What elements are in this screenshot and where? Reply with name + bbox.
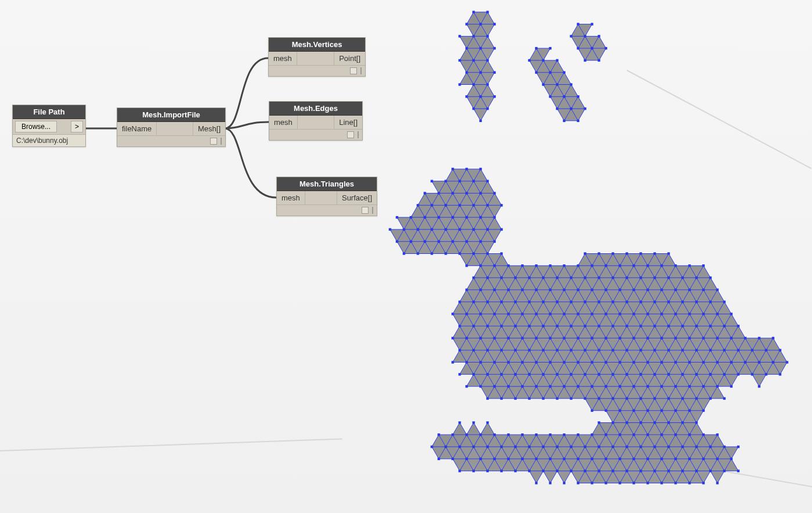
svg-line-1296 <box>460 314 467 326</box>
svg-marker-646 <box>460 435 474 447</box>
port-in-mesh[interactable]: mesh <box>269 52 297 65</box>
preview-toggle-icon[interactable] <box>350 67 357 74</box>
svg-line-2045 <box>648 471 655 483</box>
preview-toggle-icon[interactable] <box>210 138 217 145</box>
svg-marker-699 <box>557 447 571 459</box>
svg-line-1623 <box>731 363 738 375</box>
svg-line-1343 <box>683 314 690 326</box>
svg-line-1307 <box>515 314 522 326</box>
svg-marker-21 <box>529 48 543 60</box>
svg-line-1035 <box>495 254 501 266</box>
svg-line-1001 <box>460 229 467 242</box>
svg-rect-2511 <box>674 458 677 460</box>
svg-marker-603 <box>648 399 662 411</box>
svg-line-853 <box>474 73 481 85</box>
svg-line-1479 <box>738 338 745 350</box>
svg-line-1715 <box>578 386 585 399</box>
svg-marker-259 <box>696 290 710 302</box>
svg-line-1294 <box>724 302 731 314</box>
viewport-3d[interactable] <box>383 0 801 511</box>
svg-line-1515 <box>557 350 564 363</box>
svg-rect-2507 <box>619 458 621 460</box>
port-out-point[interactable]: Point[] <box>334 52 365 65</box>
svg-marker-564 <box>522 386 536 399</box>
svg-rect-2528 <box>612 469 614 472</box>
svg-line-935 <box>474 193 481 206</box>
svg-line-971 <box>446 217 453 229</box>
svg-marker-314 <box>543 314 557 326</box>
port-in-mesh[interactable]: mesh <box>277 191 305 205</box>
node-mesh-triangles[interactable]: Mesh.Triangles mesh Surface[] <box>276 177 377 216</box>
preview-toggle-icon[interactable] <box>362 207 369 214</box>
port-out-line[interactable]: Line[] <box>334 116 362 129</box>
svg-marker-601 <box>634 399 648 411</box>
svg-marker-300 <box>453 314 467 326</box>
svg-rect-2487 <box>654 446 656 448</box>
svg-line-846 <box>529 60 536 73</box>
svg-marker-158 <box>495 266 508 278</box>
preview-toggle-icon[interactable] <box>347 131 354 138</box>
svg-rect-2197 <box>549 264 551 267</box>
svg-line-2020 <box>724 459 731 471</box>
node-mesh-vertices[interactable]: Mesh.Vertices mesh Point[] <box>268 37 366 77</box>
svg-rect-2493 <box>723 446 726 448</box>
svg-line-1631 <box>780 363 787 375</box>
svg-line-1795 <box>474 423 481 435</box>
port-out-surface[interactable]: Surface[] <box>337 191 377 205</box>
svg-marker-128 <box>418 242 432 254</box>
svg-marker-29 <box>529 60 543 73</box>
svg-line-1746 <box>592 399 599 411</box>
node-mesh-importfile[interactable]: Mesh.ImportFile fileName Mesh[] <box>117 107 226 147</box>
svg-marker-741 <box>557 459 571 471</box>
browse-button[interactable]: Browse... <box>15 121 57 132</box>
svg-line-2055 <box>683 471 690 483</box>
svg-marker-509 <box>696 363 710 375</box>
svg-marker-757 <box>669 459 683 471</box>
svg-rect-2097 <box>472 83 475 85</box>
svg-rect-2456 <box>591 433 593 436</box>
svg-line-1156 <box>620 278 627 290</box>
svg-rect-2132 <box>417 204 419 206</box>
port-in-filename[interactable]: fileName <box>117 122 157 135</box>
svg-line-1467 <box>683 338 690 350</box>
svg-marker-424 <box>759 338 773 350</box>
svg-line-1809 <box>634 423 641 435</box>
svg-rect-2095 <box>549 71 551 74</box>
svg-line-1125 <box>481 278 488 290</box>
port-out-mesh[interactable]: Mesh[] <box>193 122 225 135</box>
port-in-mesh[interactable]: mesh <box>269 116 298 129</box>
svg-line-1937 <box>613 447 620 459</box>
svg-marker-184 <box>676 266 690 278</box>
svg-rect-2354 <box>605 361 607 363</box>
svg-line-1610 <box>683 363 690 375</box>
svg-line-1741 <box>710 386 717 399</box>
svg-marker-714 <box>648 447 662 459</box>
svg-rect-2104 <box>465 95 468 98</box>
svg-line-912 <box>432 181 439 193</box>
svg-marker-643 <box>453 435 467 447</box>
graph-canvas[interactable]: { "nodes": { "filePath": { "title": "Fil… <box>0 0 812 513</box>
svg-marker-284 <box>606 302 620 314</box>
node-file-path[interactable]: File Path Browse... > C:\dev\bunny.obj <box>12 105 86 147</box>
svg-line-1577 <box>529 363 536 375</box>
file-path-out-port[interactable]: > <box>71 121 83 132</box>
svg-line-2000 <box>620 459 627 471</box>
svg-line-1046 <box>606 254 613 266</box>
svg-rect-2473 <box>514 446 517 448</box>
svg-rect-2499 <box>507 458 510 460</box>
svg-marker-24 <box>585 48 599 60</box>
svg-marker-88 <box>439 205 453 217</box>
svg-marker-73 <box>418 193 432 206</box>
node-mesh-edges[interactable]: Mesh.Edges mesh Line[] <box>269 101 363 141</box>
svg-marker-266 <box>481 302 495 314</box>
svg-marker-617 <box>662 411 676 423</box>
svg-line-1954 <box>703 447 710 459</box>
svg-line-1622 <box>738 363 745 375</box>
svg-line-1141 <box>550 278 557 290</box>
svg-marker-612 <box>613 411 627 423</box>
svg-line-1744 <box>717 386 724 399</box>
svg-line-930 <box>439 193 446 206</box>
svg-line-832 <box>529 48 536 60</box>
svg-line-1547 <box>717 350 724 363</box>
svg-line-1733 <box>662 386 669 399</box>
